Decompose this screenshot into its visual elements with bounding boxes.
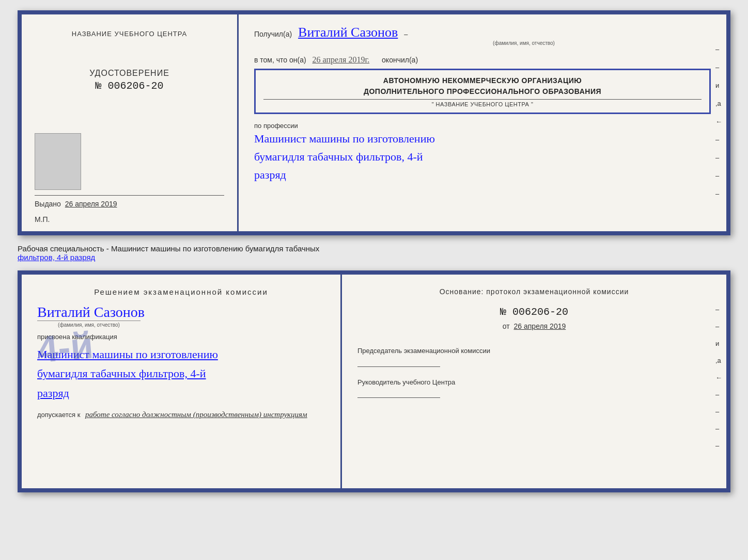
udostoverenie-title: УДОСТОВЕРЕНИЕ: [89, 69, 169, 78]
dopuskaetsya-prefix: допускается к: [37, 411, 80, 419]
stamp-line1: АВТОНОМНУЮ НЕКОММЕРЧЕСКУЮ ОРГАНИЗАЦИЮ: [263, 75, 702, 86]
recipient-name: Виталий Сазонов: [298, 25, 398, 40]
side-mark-3: и: [715, 82, 722, 89]
ot-date-value: 26 апреля 2019: [514, 322, 566, 330]
br-side-mark-5: ←: [715, 374, 722, 381]
cert-left-panel: НАЗВАНИЕ УЧЕБНОГО ЦЕНТРА УДОСТОВЕРЕНИЕ №…: [22, 14, 239, 231]
profession-section: по профессии Машинист машины по изготовл…: [254, 122, 711, 184]
osnovanie-label: Основание: протокол экзаменационной коми…: [357, 287, 711, 296]
br-side-mark-8: –: [715, 425, 722, 433]
cert-bottom-left-panel: 4-й Решением экзаменационной комиссии Ви…: [22, 275, 342, 488]
profession-text: Машинист машины по изготовлению бумагидл…: [254, 130, 711, 184]
date-handwritten: 26 апреля 2019г.: [313, 55, 370, 64]
protocol-number: № 006206-20: [357, 306, 711, 318]
specialty-underline: фильтров, 4-й разряд: [18, 253, 95, 262]
person-name-section: Виталий Сазонов (фамилия, имя, отчество): [37, 304, 325, 328]
side-mark-4: ,а: [715, 100, 722, 107]
specialty-prefix: Рабочая специальность - Машинист машины …: [18, 244, 319, 253]
br-side-mark-9: –: [715, 442, 722, 450]
side-mark-5: ←: [715, 118, 722, 125]
side-mark-1: –: [715, 45, 722, 53]
bottom-person-name: Виталий Сазонов: [37, 304, 325, 321]
udostoverenie-number: № 006206-20: [89, 80, 169, 92]
side-mark-6: –: [715, 136, 722, 143]
qual-line3: разряд: [37, 383, 325, 403]
okoncil-label: окончил(а): [382, 56, 418, 64]
vtom-section: в том, что он(а) 26 апреля 2019г. окончи…: [254, 55, 711, 65]
fio-label-top: (фамилия, имя, отчество): [337, 40, 711, 46]
br-side-mark-2: –: [715, 323, 722, 330]
profession-line2: бумагидля табачных фильтров, 4-й: [254, 150, 423, 163]
side-marks-top: – – и ,а ← – – – –: [715, 45, 722, 198]
rukovoditel-title: Руководитель учебного Центра: [357, 377, 711, 388]
predsedatel-title: Председатель экзаменационной комиссии: [357, 346, 711, 356]
rukovoditel-section: Руководитель учебного Центра: [357, 377, 711, 398]
side-mark-8: –: [715, 172, 722, 180]
vydano-line: Выдано 26 апреля 2019: [35, 195, 224, 208]
side-marks-bottom-right: – – и ,а ← – – – –: [715, 306, 722, 450]
profession-line3: разряд: [254, 168, 286, 181]
poluchil-prefix: Получил(а): [254, 30, 292, 38]
ot-prefix: от: [503, 322, 510, 330]
predsedatel-signature-line: [357, 366, 440, 367]
br-side-mark-1: –: [715, 306, 722, 313]
stamp-line3: " НАЗВАНИЕ УЧЕБНОГО ЦЕНТРА ": [263, 99, 702, 107]
top-certificate: НАЗВАНИЕ УЧЕБНОГО ЦЕНТРА УДОСТОВЕРЕНИЕ №…: [18, 10, 730, 235]
br-side-mark-7: –: [715, 408, 722, 415]
side-mark-9: –: [715, 190, 722, 198]
dash-after-name: –: [404, 30, 408, 38]
photo-placeholder: [35, 133, 81, 190]
side-mark-2: –: [715, 63, 722, 71]
side-mark-7: –: [715, 154, 722, 162]
dopuskaetsya-text: работе согласно должностным (производств…: [85, 410, 307, 419]
po-professii-label: по профессии: [254, 122, 711, 130]
training-center-label: НАЗВАНИЕ УЧЕБНОГО ЦЕНТРА: [72, 30, 187, 38]
udostoverenie-block: УДОСТОВЕРЕНИЕ № 006206-20: [89, 69, 169, 92]
bottom-certificate: 4-й Решением экзаменационной комиссии Ви…: [18, 270, 730, 492]
stamp-line2: ДОПОЛНИТЕЛЬНОГО ПРОФЕССИОНАЛЬНОГО ОБРАЗО…: [263, 86, 702, 97]
poluchil-section: Получил(а) Виталий Сазонов – (фамилия, и…: [254, 25, 711, 46]
br-side-mark-6: –: [715, 391, 722, 398]
vtom-prefix: в том, что он(а): [254, 56, 306, 64]
profession-line1: Машинист машины по изготовлению: [254, 132, 435, 145]
vydano-label: Выдано: [35, 200, 61, 208]
specialty-text-between: Рабочая специальность - Машинист машины …: [18, 242, 730, 264]
vydano-date: 26 апреля 2019: [65, 200, 117, 208]
cert-right-panel: Получил(а) Виталий Сазонов – (фамилия, и…: [239, 14, 726, 231]
predsedatel-section: Председатель экзаменационной комиссии: [357, 346, 711, 367]
resheniem-title: Решением экзаменационной комиссии: [37, 287, 325, 296]
dopuskaetsya-section: допускается к работе согласно должностны…: [37, 410, 325, 419]
rukovoditel-signature-line: [357, 397, 440, 398]
cert-bottom-right-panel: Основание: протокол экзаменационной коми…: [342, 275, 726, 488]
br-side-mark-4: ,а: [715, 357, 722, 364]
stamp-number-background: 4-й: [36, 324, 95, 371]
stamp-block: АВТОНОМНУЮ НЕКОММЕРЧЕСКУЮ ОРГАНИЗАЦИЮ ДО…: [254, 69, 711, 114]
br-side-mark-3: и: [715, 340, 722, 347]
ot-date: от 26 апреля 2019: [357, 322, 711, 330]
mp-label: М.П.: [35, 215, 50, 223]
